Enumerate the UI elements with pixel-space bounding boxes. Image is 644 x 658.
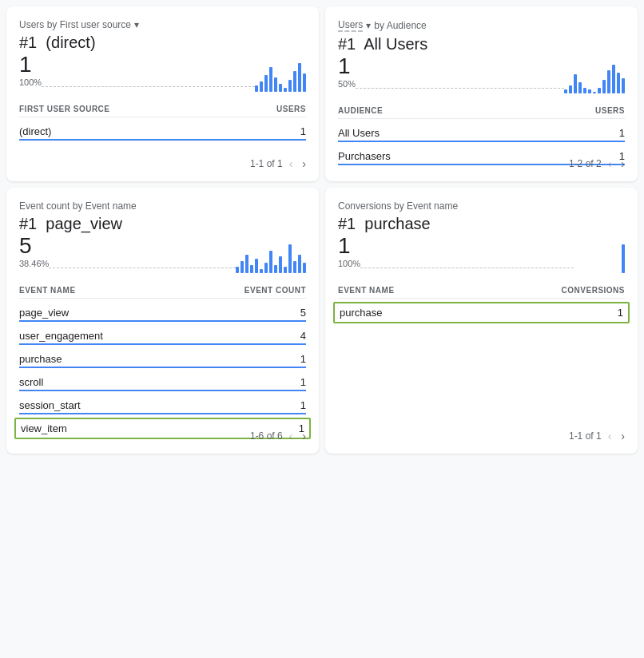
bar [622,78,625,93]
dashed-line [42,86,255,87]
bar [241,261,244,273]
bar [274,77,277,92]
bar [236,267,239,273]
card-title: Event count by Event name [19,200,306,212]
table-row: (direct) 1 [19,121,306,141]
bar [264,75,268,92]
metric-percent: 100% [338,259,360,268]
row-label: purchase [340,307,382,319]
prev-button[interactable]: ‹ [286,156,296,172]
bar [593,92,596,93]
bar [255,259,258,273]
row-label: page_view [19,307,69,319]
bar [612,65,615,93]
bar [617,73,620,93]
pagination: 1-6 of 6 ‹ › [250,428,309,444]
row-label: (direct) [19,125,51,137]
row-label: scroll [19,376,43,388]
col-left: EVENT NAME [338,286,395,295]
table-header: AUDIENCE USERS [338,100,625,119]
card-title-text: Conversions by Event name [338,200,458,212]
card-title-text: Users by First user source [19,19,131,30]
next-button[interactable]: › [618,428,628,444]
dashed-line [356,88,564,89]
row-value: 1 [618,307,623,319]
bar [288,244,292,273]
bar [245,255,248,273]
bar [279,256,282,273]
pagination: 1-1 of 1 ‹ › [569,428,628,444]
mini-chart [564,61,625,93]
row-value: 1 [300,353,306,365]
rank-label: #1 (direct) [19,34,306,52]
metric-value: 5 [19,235,49,257]
bar [284,88,287,92]
mini-chart [236,241,306,273]
prev-button[interactable]: ‹ [286,428,296,444]
rank-label: #1 page_view [19,215,306,233]
table-row: user_engagement 4 [19,325,306,345]
bar [260,81,263,92]
metric-percent: 50% [338,79,356,89]
col-right: USERS [595,106,625,115]
next-button[interactable]: › [299,428,309,444]
metric-value: 1 [338,235,360,257]
next-button[interactable]: › [618,156,628,172]
row-label: session_start [19,399,81,411]
col-left: FIRST USER SOURCE [19,105,110,113]
card-users-by-audience: Users ▾ by Audience #1 All Users 1 50% A… [325,6,638,181]
metric-percent: 100% [19,77,42,87]
bar [269,67,272,92]
dropdown-icon[interactable]: ▾ [134,19,139,30]
next-button[interactable]: › [299,156,309,172]
pagination-label: 1-2 of 2 [569,158,602,169]
bar [269,251,272,273]
row-label: purchase [19,353,62,365]
bar [569,85,572,93]
table-header: EVENT NAME EVENT COUNT [19,279,306,299]
chart-row: 1 100% [19,54,306,92]
bar [274,265,277,273]
table-row: purchase 1 [333,302,630,323]
pagination: 1-2 of 2 ‹ › [569,156,628,172]
chart-row: 5 38.46% [19,235,306,273]
card-title-text: Users [338,19,363,32]
prev-button[interactable]: ‹ [605,156,615,172]
bar [264,263,268,273]
row-value: 1 [300,125,306,137]
row-value: 1 [300,399,306,411]
bar [564,89,567,93]
bar [293,261,296,273]
col-right: CONVERSIONS [562,286,625,295]
row-value: 1 [300,376,306,388]
row-label: All Users [338,127,380,139]
chart-row: 1 100% [338,235,625,273]
bar [255,85,258,92]
table-row: All Users 1 [338,122,625,142]
table-row: page_view 5 [19,302,306,322]
table-row: purchase 1 [19,348,306,368]
col-left: AUDIENCE [338,106,383,115]
dropdown-icon[interactable]: ▾ [366,20,371,31]
metric-percent: 38.46% [19,259,49,268]
card-event-count-by-name: Event count by Event name #1 page_view 5… [6,188,319,454]
pagination-label: 1-1 of 1 [250,158,283,169]
metric-value: 1 [19,54,42,76]
table-header: EVENT NAME CONVERSIONS [338,279,625,299]
chart-row: 1 50% [338,55,625,93]
bar [622,244,625,273]
row-value: 4 [300,330,306,342]
bar [602,80,606,93]
col-right: USERS [276,105,306,113]
row-label: Purchasers [338,150,391,162]
col-right: EVENT COUNT [244,286,306,295]
pagination-label: 1-1 of 1 [569,430,602,442]
bar [250,265,253,273]
mini-chart [255,60,306,92]
prev-button[interactable]: ‹ [605,428,615,444]
dashed-line [360,268,574,268]
bar [303,73,306,92]
row-value: 1 [619,127,625,139]
row-value: 5 [300,307,306,319]
rank-label: #1 All Users [338,35,625,54]
